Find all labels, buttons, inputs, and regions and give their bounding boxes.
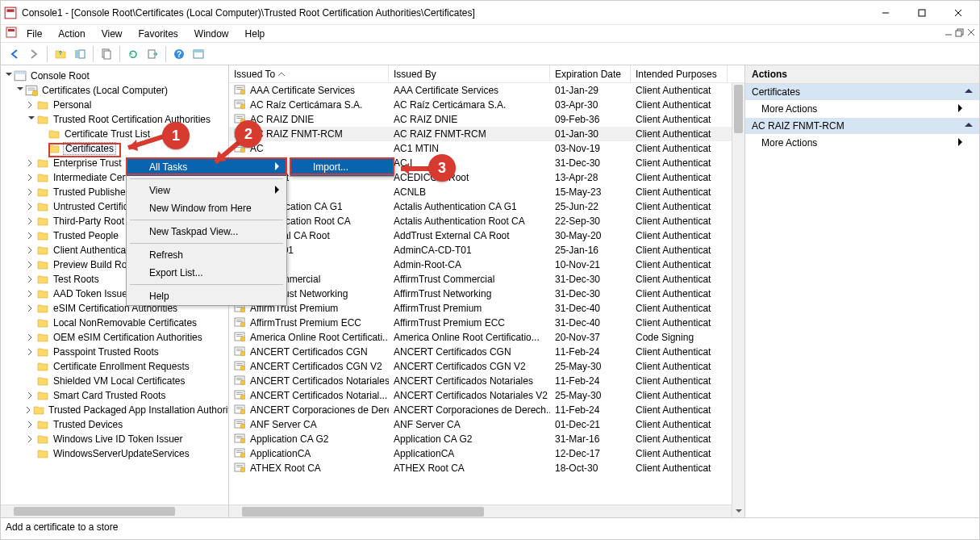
tree-node[interactable]: WindowsServerUpdateServices xyxy=(1,446,228,461)
table-row[interactable]: Authentication CA G1Actalis Authenticati… xyxy=(229,199,744,214)
up-button[interactable] xyxy=(52,45,69,63)
certificate-icon xyxy=(234,389,247,402)
table-row[interactable]: t External CA RootAddTrust External CA R… xyxy=(229,228,744,243)
column-issued-to[interactable]: Issued To xyxy=(229,65,389,82)
tree-node[interactable]: Personal xyxy=(1,98,228,112)
submenu-arrow-icon xyxy=(275,185,280,196)
title-bar: Console1 - [Console Root\Certificates (L… xyxy=(1,1,979,25)
table-row[interactable]: Authentication Root CAActalis Authentica… xyxy=(229,214,744,228)
tree-node[interactable]: Passpoint Trusted Roots xyxy=(1,345,228,359)
minimize-button[interactable] xyxy=(867,2,903,24)
table-row[interactable]: AAA Certificate ServicesAAA Certificate … xyxy=(229,83,744,98)
actions-section-certificates[interactable]: Certificates xyxy=(745,84,979,100)
table-row[interactable]: AffirmTrust PremiumAffirmTrust Premium31… xyxy=(229,301,744,316)
table-row[interactable]: America Online Root Certificati...Americ… xyxy=(229,330,744,345)
folder-icon xyxy=(36,287,49,300)
ctx-import[interactable]: Import... xyxy=(290,158,394,176)
tree-node[interactable]: Local NonRemovable Certificates xyxy=(1,316,228,330)
tree-node[interactable]: Shielded VM Local Certificates xyxy=(1,374,228,388)
scroll-down-button[interactable] xyxy=(732,504,744,517)
tree-node[interactable]: Windows Live ID Token Issuer xyxy=(1,432,228,446)
ctx-new-window[interactable]: New Window from Here xyxy=(127,199,286,217)
list-header: Issued To Issued By Expiration Date Inte… xyxy=(229,65,744,83)
certificate-icon xyxy=(234,462,247,475)
mdi-restore-icon[interactable] xyxy=(955,27,965,40)
tree-node[interactable]: OEM eSIM Certification Authorities xyxy=(1,330,228,345)
forward-button[interactable] xyxy=(25,45,43,63)
list-horizontal-scrollbar[interactable] xyxy=(229,504,732,517)
actions-more-1[interactable]: More Actions xyxy=(745,100,979,118)
table-row[interactable]: ACNLB15-May-23Client Authenticat xyxy=(229,185,744,199)
table-row[interactable]: A-CD-T01AdminCA-CD-T0125-Jan-16Client Au… xyxy=(229,243,744,257)
tree-node[interactable]: Trusted Packaged App Installation Author… xyxy=(1,403,228,417)
table-row[interactable]: AffirmTrust Premium ECCAffirmTrust Premi… xyxy=(229,316,744,330)
menu-file[interactable]: File xyxy=(19,27,50,41)
table-row[interactable]: ANCERT Certificados CGN V2ANCERT Certifi… xyxy=(229,359,744,374)
table-row[interactable]: Application CA G2Application CA G231-Mar… xyxy=(229,432,744,446)
actions-more-2[interactable]: More Actions xyxy=(745,134,979,152)
table-row[interactable]: Root-CAAdmin-Root-CA10-Nov-21Client Auth… xyxy=(229,257,744,272)
actions-section-selected-cert[interactable]: AC RAIZ FNMT-RCM xyxy=(745,118,979,134)
tree-node[interactable]: Certificate Enrollment Requests xyxy=(1,359,228,374)
menu-favorites[interactable]: Favorites xyxy=(131,27,186,41)
menu-action[interactable]: Action xyxy=(50,27,93,41)
certificate-icon xyxy=(234,360,247,373)
certificate-icon xyxy=(234,331,247,344)
table-row[interactable]: AffirmTrust NetworkingAffirmTrust Networ… xyxy=(229,287,744,301)
tree-certificates-local[interactable]: Certificates (Local Computer) xyxy=(1,83,228,98)
help-button[interactable]: ? xyxy=(170,45,188,63)
folder-icon xyxy=(36,375,49,387)
list-pane[interactable]: Issued To Issued By Expiration Date Inte… xyxy=(229,65,745,517)
table-row[interactable]: ANCERT Certificados Notarial...ANCERT Ce… xyxy=(229,388,744,403)
table-row[interactable]: ACAC1 MTIN03-Nov-19Client Authenticat xyxy=(229,141,744,156)
table-row[interactable]: AC RAIZ DNIEAC RAIZ DNIE09-Feb-36Client … xyxy=(229,112,744,127)
ctx-help[interactable]: Help xyxy=(127,287,286,305)
ctx-all-tasks[interactable]: All Tasks xyxy=(127,158,286,176)
table-row[interactable]: ANF Server CAANF Server CA01-Dec-21Clien… xyxy=(229,417,744,432)
ctx-view[interactable]: View xyxy=(127,182,286,199)
vertical-scrollbar[interactable] xyxy=(732,83,744,517)
table-row[interactable]: ATHEX Root CAATHEX Root CA18-Oct-30Clien… xyxy=(229,461,744,475)
table-row[interactable]: ANCERT Certificados CGNANCERT Certificad… xyxy=(229,345,744,359)
tree-node[interactable]: Trusted Devices xyxy=(1,417,228,432)
ctx-new-taskpad[interactable]: New Taskpad View... xyxy=(127,223,286,241)
tree-node[interactable]: Smart Card Trusted Roots xyxy=(1,388,228,403)
column-issued-by[interactable]: Issued By xyxy=(389,65,550,82)
window-button[interactable] xyxy=(190,45,207,63)
ctx-export-list[interactable]: Export List... xyxy=(127,264,286,282)
refresh-button[interactable] xyxy=(124,45,142,63)
menu-window[interactable]: Window xyxy=(186,27,237,41)
menu-view[interactable]: View xyxy=(94,27,131,41)
svg-rect-6 xyxy=(919,10,925,16)
tree-node[interactable]: Trusted Root Certification Authorities xyxy=(1,112,228,127)
table-row[interactable]: ApplicationCAApplicationCA12-Dec-17Clien… xyxy=(229,446,744,461)
export-button[interactable] xyxy=(144,45,161,63)
mdi-minimize-icon[interactable] xyxy=(944,27,953,40)
maximize-button[interactable] xyxy=(903,2,940,24)
table-row[interactable]: AC Raíz Certicámara S.A.AC Raíz Certicám… xyxy=(229,98,744,112)
ctx-refresh[interactable]: Refresh xyxy=(127,246,286,264)
scroll-thumb[interactable] xyxy=(734,85,743,133)
copy-button[interactable] xyxy=(98,45,115,63)
tree-node[interactable]: Certificate Trust List xyxy=(1,127,228,141)
tree-node[interactable]: Certificates xyxy=(1,141,228,156)
tree-console-root[interactable]: Console Root xyxy=(1,69,228,83)
actions-pane: Actions Certificates More Actions AC RAI… xyxy=(745,65,979,517)
show-hide-tree-button[interactable] xyxy=(71,45,89,63)
submenu-arrow-icon xyxy=(275,161,280,173)
menu-help[interactable]: Help xyxy=(237,27,273,41)
tree-horizontal-scrollbar[interactable] xyxy=(1,504,228,517)
column-expiration[interactable]: Expiration Date xyxy=(550,65,631,82)
folder-icon xyxy=(36,433,49,446)
table-row[interactable]: ANCERT Certificados NotarialesANCERT Cer… xyxy=(229,374,744,388)
back-button[interactable] xyxy=(6,45,23,63)
column-purposes[interactable]: Intended Purposes xyxy=(631,65,728,82)
status-text: Add a certificate to a store xyxy=(6,521,118,533)
svg-rect-10 xyxy=(79,50,85,58)
table-row[interactable]: ANCERT Corporaciones de Dere...ANCERT Co… xyxy=(229,403,744,417)
close-button[interactable] xyxy=(940,2,976,24)
folder-icon xyxy=(36,244,49,257)
table-row[interactable]: rust CommercialAffirmTrust Commercial31-… xyxy=(229,272,744,287)
mdi-close-icon[interactable] xyxy=(966,27,976,40)
table-row[interactable]: AC RAIZ FNMT-RCMAC RAIZ FNMT-RCM01-Jan-3… xyxy=(229,127,744,141)
